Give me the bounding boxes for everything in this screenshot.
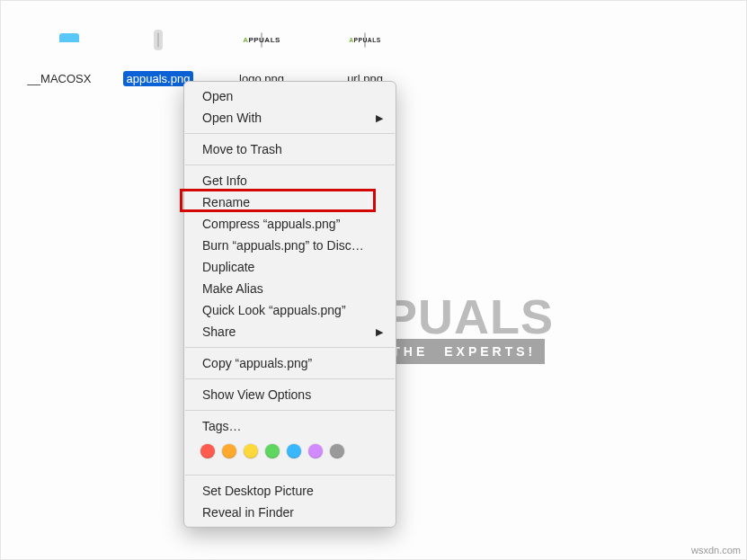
- menu-separator: [185, 410, 395, 411]
- tag-color-dot[interactable]: [265, 444, 280, 458]
- menu-reveal[interactable]: Reveal in Finder: [184, 502, 396, 523]
- image-thumbnail-icon: APPUALS: [261, 32, 262, 48]
- menu-quick-look[interactable]: Quick Look “appuals.png”: [184, 299, 396, 321]
- menu-get-info[interactable]: Get Info: [184, 170, 396, 191]
- file-url-png[interactable]: APPUALS url.png: [320, 13, 410, 86]
- chevron-right-icon: ▶: [376, 324, 383, 340]
- item-label: __MACOSX: [24, 71, 95, 86]
- tag-color-dot[interactable]: [200, 444, 215, 458]
- menu-separator: [185, 475, 395, 476]
- menu-open-with[interactable]: Open With▶: [184, 107, 396, 129]
- menu-duplicate[interactable]: Duplicate: [184, 256, 396, 278]
- menu-make-alias[interactable]: Make Alias: [184, 278, 396, 299]
- tag-color-dot[interactable]: [222, 444, 236, 458]
- menu-separator: [185, 378, 395, 379]
- context-menu: Open Open With▶ Move to Trash Get Info R…: [183, 81, 396, 528]
- image-thumbnail-icon: APPUALS: [364, 32, 366, 48]
- tag-color-dot[interactable]: [330, 444, 344, 458]
- file-logo-png[interactable]: APPUALS logo.png: [217, 13, 307, 86]
- menu-rename[interactable]: Rename: [184, 191, 396, 213]
- menu-burn[interactable]: Burn “appuals.png” to Disc…: [184, 235, 396, 256]
- menu-set-desktop[interactable]: Set Desktop Picture: [184, 480, 396, 502]
- menu-share[interactable]: Share▶: [184, 321, 396, 342]
- menu-compress[interactable]: Compress “appuals.png”: [184, 213, 396, 235]
- menu-move-trash[interactable]: Move to Trash: [184, 138, 396, 160]
- menu-copy[interactable]: Copy “appuals.png”: [184, 352, 396, 374]
- folder-macosx[interactable]: __MACOSX: [14, 13, 104, 86]
- credit-text: wsxdn.com: [691, 545, 741, 556]
- chevron-right-icon: ▶: [376, 110, 383, 126]
- menu-separator: [185, 133, 395, 134]
- tag-color-dot[interactable]: [308, 444, 323, 458]
- menu-separator: [185, 164, 395, 165]
- menu-tags[interactable]: Tags…: [184, 415, 396, 437]
- tag-color-row: [184, 437, 396, 470]
- tag-color-dot[interactable]: [287, 444, 301, 458]
- menu-view-options[interactable]: Show View Options: [184, 384, 396, 405]
- menu-open[interactable]: Open: [184, 85, 396, 107]
- tag-color-dot[interactable]: [244, 444, 258, 458]
- file-appuals-png[interactable]: appuals.png: [113, 13, 203, 86]
- image-thumbnail-icon: [157, 32, 159, 48]
- menu-separator: [185, 347, 395, 348]
